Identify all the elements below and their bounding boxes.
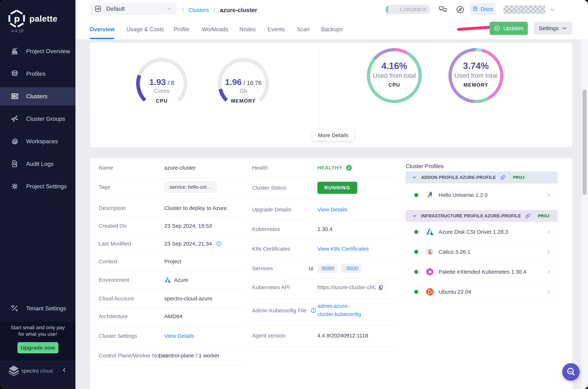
info-icon[interactable] [310, 307, 316, 314]
settings-button[interactable]: Settings [534, 22, 572, 35]
sidebar-item-workspaces[interactable]: Workspaces [0, 132, 75, 150]
calico-icon [425, 248, 434, 256]
sidebar-item-label: Profiles [26, 70, 46, 77]
rocket-icon [425, 191, 434, 199]
tab-nodes[interactable]: Nodes [239, 26, 256, 33]
field-label: Environment [99, 277, 129, 283]
compass-icon[interactable] [456, 5, 465, 14]
palette-logo-icon: p [8, 9, 25, 28]
card-divider [319, 44, 319, 128]
scrollbar-track[interactable] [581, 39, 588, 389]
updates-button[interactable]: Updates [490, 22, 528, 35]
sidebar-item-label: Project Settings [26, 183, 67, 190]
user-menu-chevron-icon[interactable] [549, 6, 556, 13]
link-icon[interactable] [500, 174, 506, 180]
tab-backups[interactable]: Backups [321, 26, 343, 33]
service-port-link[interactable]: :3000 [341, 264, 362, 273]
usage-quota-pill[interactable]: 1.29/100kCh [386, 5, 430, 14]
tab-overview[interactable]: Overview [90, 26, 115, 33]
k8s-certificates-link[interactable]: View K8s Certificates [317, 246, 369, 252]
spectro-cloud-logo [7, 364, 20, 377]
cluster-details-card: Name azure-cluster Tags service: hello-u… [90, 158, 572, 389]
nodes-value: 1 control-plane / 1 worker [158, 353, 220, 359]
app-logo[interactable]: p palette [8, 9, 57, 28]
divider [252, 199, 399, 200]
service-port-link[interactable]: :8080 [317, 264, 337, 273]
sidebar-item-tenant-settings[interactable]: Tenant Settings [0, 299, 75, 318]
project-selector[interactable]: Default [90, 2, 177, 15]
pack-status-dot [414, 290, 418, 294]
tab-usage-costs[interactable]: Usage & Costs [126, 26, 164, 33]
upgrade-now-button[interactable]: Upgrade now [17, 342, 58, 354]
sidebar-item-profiles[interactable]: Profiles [0, 65, 75, 83]
profile-pack-row-hello-universe[interactable]: Hello Universe 1.2.0 [406, 183, 558, 207]
field-label: Name [99, 165, 113, 171]
sidebar-item-label: Project Overview [26, 48, 70, 55]
sidebar-item-label: Audit Logs [26, 161, 54, 167]
breadcrumb-link-clusters[interactable]: Clusters [189, 7, 209, 13]
bar-chart-icon [10, 47, 19, 55]
memory-donut-caption: Used from total [447, 72, 505, 79]
addon-profile-header[interactable]: ADDON PROFILE AZURE-PROFILE PROJ [406, 171, 558, 183]
field-label: Cluster Settings [99, 333, 137, 339]
field-label: Last Modified [99, 241, 131, 247]
cluster-status-badge: RUNNING [317, 182, 357, 194]
created-on-value: 23 Sep 2024, 19:53 [164, 223, 212, 229]
user-name-redacted[interactable] [504, 5, 545, 14]
field-label: K8s Certificates [252, 246, 290, 252]
tab-profile[interactable]: Profile [173, 26, 190, 33]
profile-pack-row-calico[interactable]: Calico 3.26.1 [406, 243, 558, 261]
pack-name: Azure Disk CSI Driver 1.28.3 [439, 229, 546, 235]
memory-donut-label: MEMORY [447, 82, 505, 88]
scope-badge: PROJ [510, 173, 528, 181]
tab-events[interactable]: Events [268, 26, 285, 33]
chat-icon[interactable] [438, 5, 447, 14]
sidebar-item-clusters[interactable]: Clusters [0, 87, 75, 105]
layers-icon [10, 69, 19, 78]
sidebar: p palette 4.4.19 Project Overview Profil… [0, 0, 75, 389]
tag-chip[interactable]: service: hello-uni… [164, 181, 217, 193]
info-icon[interactable] [216, 241, 222, 247]
divider [252, 220, 399, 220]
sidebar-item-cluster-groups[interactable]: Cluster Groups [0, 110, 75, 128]
copy-api-url-button[interactable] [375, 282, 386, 293]
profile-pack-row-azure-csi[interactable]: Azure Disk CSI Driver 1.28.3 [406, 223, 558, 241]
docs-button[interactable]: Docs [470, 3, 496, 15]
sidebar-item-project-overview[interactable]: Project Overview [0, 42, 75, 60]
cpu-donut-caption: Used from total [365, 72, 424, 79]
more-details-button[interactable]: More Details [312, 130, 354, 141]
field-label: Kubernetes [252, 226, 280, 232]
field-label: Cloud Account [99, 295, 134, 302]
cpu-gauge-label: CPU [134, 98, 190, 104]
circle-up-icon [494, 25, 500, 32]
scrollbar-thumb[interactable] [583, 90, 587, 195]
resource-overview-card: 1.93/ 8 Cores CPU 1.96/ 16.76 Gb MEMORY … [90, 42, 572, 147]
infrastructure-profile-header[interactable]: INFRASTRUCTURE PROFILE AZURE-PROFILE PRO… [406, 210, 558, 222]
tab-scan[interactable]: Scan [297, 26, 309, 33]
ubuntu-icon [425, 288, 434, 296]
tab-workloads[interactable]: Workloads [202, 26, 228, 33]
admin-kubeconfig-link[interactable]: admin.azure-cluster.kubeconfig [317, 302, 372, 318]
sidebar-item-label: Workspaces [26, 138, 58, 145]
memory-gauge-label: MEMORY [215, 98, 272, 104]
pack-name: Palette eXtended Kubernetes 1.30.4 [439, 269, 546, 275]
chevron-right-icon [546, 229, 551, 235]
cpu-donut-label: CPU [365, 82, 424, 88]
cluster-settings-link[interactable]: View Details [164, 333, 194, 339]
divider [252, 325, 399, 326]
link-icon[interactable] [525, 213, 531, 219]
doc-search-icon [10, 160, 19, 168]
sidebar-item-project-settings[interactable]: Project Settings [0, 177, 75, 195]
divider [252, 347, 399, 347]
upgrade-details-link[interactable]: View Details [317, 206, 347, 213]
profile-pack-row-ubuntu[interactable]: Ubuntu 22.04 [406, 283, 558, 301]
cluster-profiles-title: Cluster Profiles [406, 163, 444, 170]
sidebar-item-label: Cluster Groups [26, 116, 65, 122]
project-selector-value: Default [106, 5, 162, 12]
search-fab-button[interactable] [562, 363, 580, 381]
collapse-sidebar-icon[interactable] [61, 367, 67, 373]
sidebar-item-audit-logs[interactable]: Audit Logs [0, 155, 75, 173]
profile-pack-row-pxk[interactable]: Palette eXtended Kubernetes 1.30.4 [406, 263, 558, 281]
divider [99, 365, 246, 365]
chevron-right-icon [546, 269, 551, 275]
